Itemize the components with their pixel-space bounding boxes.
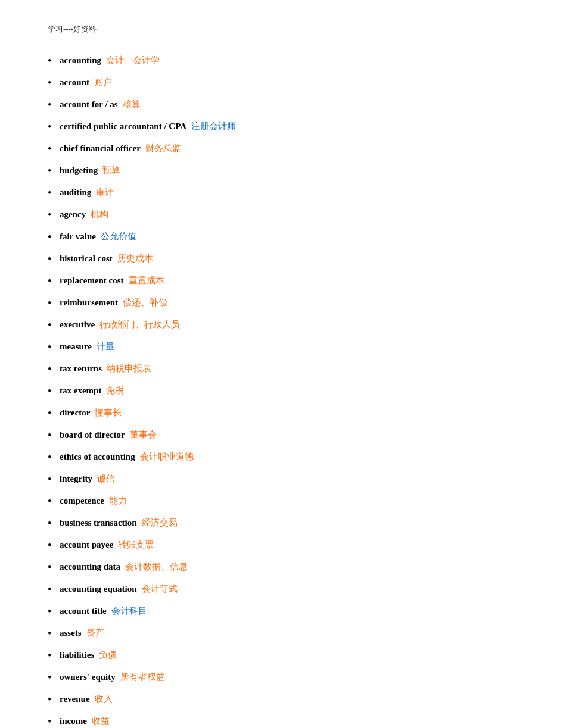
english-term: accounting equation [60, 581, 137, 597]
list-item: accounting data会计数据、信息 [48, 559, 515, 575]
list-item: ethics of accounting会计职业道德 [48, 449, 515, 465]
chinese-translation: 历史成本 [117, 251, 153, 267]
list-item: board of director董事会 [48, 427, 515, 443]
list-item: measure计量 [48, 339, 515, 355]
chinese-translation: 资产 [86, 625, 104, 641]
english-term: agency [60, 207, 86, 223]
list-item: accounting会计、会计学 [48, 52, 515, 68]
chinese-translation: 机构 [91, 207, 108, 223]
chinese-translation: 经济交易 [142, 515, 178, 531]
chinese-translation: 核算 [123, 96, 141, 113]
english-term: auditing [60, 185, 91, 201]
list-item: account for / as核算 [48, 96, 515, 113]
english-term: tax exempt [60, 383, 101, 399]
list-item: budgeting预算 [48, 163, 515, 179]
english-term: assets [60, 625, 82, 641]
list-item: tax exempt免税 [48, 383, 515, 399]
list-item: tax returns纳税申报表 [48, 361, 515, 377]
english-term: reimbursement [60, 295, 118, 311]
list-item: liabilities负债 [48, 647, 515, 663]
vocab-list: accounting会计、会计学account账户account for / a… [48, 52, 515, 728]
list-item: executive行政部门、行政人员 [48, 317, 515, 333]
chinese-translation: 懂事长 [95, 405, 122, 421]
chinese-translation: 转账支票 [118, 537, 154, 553]
english-term: fair value [60, 229, 96, 245]
list-item: business transaction经济交易 [48, 515, 515, 531]
list-item: agency机构 [48, 207, 515, 223]
list-item: revenue收入 [48, 691, 515, 707]
list-item: owners' equity所有者权益 [48, 669, 515, 685]
list-item: chief financial officer财务总监 [48, 140, 515, 157]
list-item: historical cost历史成本 [48, 251, 515, 267]
english-term: owners' equity [60, 669, 116, 685]
list-item: account payee转账支票 [48, 537, 515, 553]
chinese-translation: 纳税申报表 [107, 361, 151, 377]
chinese-translation: 会计、会计学 [106, 52, 160, 68]
chinese-translation: 公允价值 [101, 229, 136, 245]
english-term: board of director [60, 427, 125, 443]
english-term: replacement cost [60, 273, 124, 289]
english-term: accounting [60, 52, 101, 68]
chinese-translation: 会计科目 [111, 603, 147, 619]
chinese-translation: 重置成本 [129, 273, 164, 289]
chinese-translation: 收益 [92, 713, 110, 728]
list-item: integrity诚信 [48, 471, 515, 487]
english-term: account for / as [60, 96, 118, 113]
header-note: 学习----好资料 [48, 24, 515, 35]
english-term: tax returns [60, 361, 102, 377]
english-term: ethics of accounting [60, 449, 135, 465]
list-item: account账户 [48, 74, 515, 90]
english-term: integrity [60, 471, 92, 487]
english-term: budgeting [60, 163, 98, 179]
chinese-translation: 会计职业道德 [140, 449, 194, 465]
list-item: competence能力 [48, 493, 515, 509]
english-term: accounting data [60, 559, 120, 575]
list-item: certified public accountant / CPA注册会计师 [48, 118, 515, 135]
chinese-translation: 计量 [97, 339, 114, 355]
english-term: executive [60, 317, 95, 333]
english-term: income [60, 713, 87, 728]
english-term: revenue [60, 691, 90, 707]
list-item: income收益 [48, 713, 515, 728]
english-term: business transaction [60, 515, 137, 531]
chinese-translation: 行政部门、行政人员 [99, 317, 180, 333]
chinese-translation: 财务总监 [145, 140, 181, 157]
list-item: accounting equation会计等式 [48, 581, 515, 597]
chinese-translation: 收入 [95, 691, 113, 707]
list-item: assets资产 [48, 625, 515, 641]
english-term: chief financial officer [60, 140, 141, 157]
english-term: historical cost [60, 251, 113, 267]
english-term: account [60, 74, 89, 90]
english-term: liabilities [60, 647, 94, 663]
chinese-translation: 所有者权益 [120, 669, 165, 685]
chinese-translation: 预算 [102, 163, 120, 179]
list-item: account title会计科目 [48, 603, 515, 619]
chinese-translation: 免税 [106, 383, 124, 399]
list-item: director懂事长 [48, 405, 515, 421]
chinese-translation: 负债 [99, 647, 117, 663]
chinese-translation: 注册会计师 [191, 118, 236, 135]
english-term: account payee [60, 537, 113, 553]
english-term: director [60, 405, 90, 421]
chinese-translation: 诚信 [97, 471, 115, 487]
chinese-translation: 能力 [109, 493, 127, 509]
chinese-translation: 会计等式 [142, 581, 178, 597]
chinese-translation: 审计 [96, 185, 114, 201]
english-term: certified public accountant / CPA [60, 118, 186, 135]
chinese-translation: 会计数据、信息 [125, 559, 188, 575]
chinese-translation: 账户 [94, 74, 112, 90]
list-item: reimbursement偿还、补偿 [48, 295, 515, 311]
english-term: account title [60, 603, 107, 619]
chinese-translation: 偿还、补偿 [123, 295, 167, 311]
list-item: fair value公允价值 [48, 229, 515, 245]
list-item: auditing审计 [48, 185, 515, 201]
list-item: replacement cost重置成本 [48, 273, 515, 289]
chinese-translation: 董事会 [130, 427, 157, 443]
english-term: measure [60, 339, 92, 355]
english-term: competence [60, 493, 104, 509]
